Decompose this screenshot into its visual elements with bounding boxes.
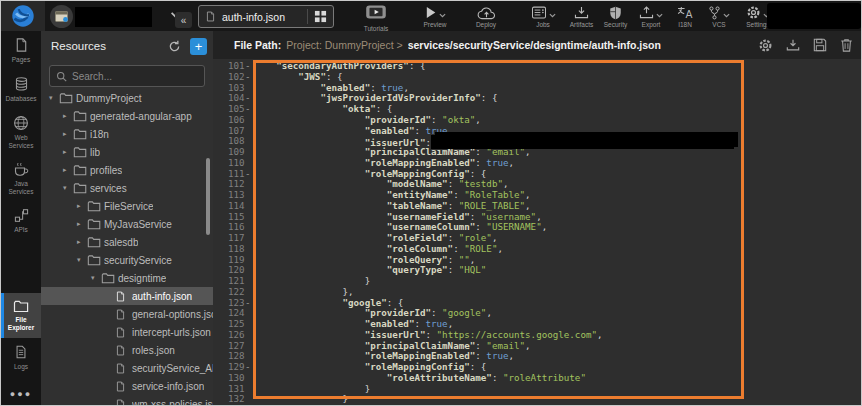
tree-item-lib[interactable]: ▸lib xyxy=(41,143,213,161)
tree-item-roles-json[interactable]: roles.json xyxy=(41,341,213,359)
collapse-arrow-icon[interactable]: ▸ xyxy=(63,112,73,120)
folder-icon xyxy=(59,91,73,105)
vcs-icon xyxy=(708,6,721,20)
tree-item-label: generated-angular-app xyxy=(90,111,192,122)
deploy-button[interactable]: Deploy xyxy=(460,5,512,28)
fold-toggle-icon[interactable]: - xyxy=(245,362,254,373)
fold-toggle-icon[interactable]: - xyxy=(245,298,254,309)
tree-item-fileservice[interactable]: ▸FileService xyxy=(41,197,213,215)
expand-arrow-icon[interactable]: ▾ xyxy=(91,274,101,282)
download-file-icon[interactable] xyxy=(786,38,800,52)
tree-item-label: securityService xyxy=(104,255,172,266)
sidebar-item-logs[interactable]: Logs xyxy=(1,338,41,377)
search-input[interactable] xyxy=(72,71,192,82)
file-icon xyxy=(205,10,216,23)
sidebar-item-file-explorer[interactable]: FileExplorer xyxy=(1,293,41,338)
tree-item-label: general-options.json xyxy=(132,309,213,320)
tree-item-label: auth-info.json xyxy=(132,291,192,302)
wavemaker-logo-icon xyxy=(11,4,35,28)
fold-spacer xyxy=(245,287,254,298)
export-label: Export xyxy=(632,21,670,28)
line-number: 130 xyxy=(213,373,245,384)
vcs-button[interactable]: VCS xyxy=(700,5,738,28)
tutorials-button[interactable]: Tutorials xyxy=(356,5,396,32)
tree-item-myjavaservice[interactable]: ▸MyJavaService xyxy=(41,215,213,233)
i18n-label: I18N xyxy=(670,21,700,28)
tree-item-dummyproject[interactable]: ▾DummyProject xyxy=(41,89,213,107)
fold-spacer xyxy=(245,212,254,223)
collapse-panel-icon[interactable]: « xyxy=(175,12,192,28)
collapse-arrow-icon[interactable]: ▸ xyxy=(77,202,87,210)
tree-item-label: MyJavaService xyxy=(104,219,172,230)
add-resource-button[interactable]: + xyxy=(190,38,207,55)
sidebar-item-apis[interactable]: APIs xyxy=(1,202,41,240)
sidebar-item-web-services[interactable]: WebServices xyxy=(1,109,41,156)
export-button[interactable]: Export xyxy=(632,5,670,28)
folder-icon xyxy=(73,181,87,195)
tree-item-label: roles.json xyxy=(132,345,175,356)
tutorials-video-icon xyxy=(365,5,387,19)
grid-view-icon[interactable] xyxy=(307,9,327,24)
tree-item-intercept-urls-json[interactable]: intercept-urls.json xyxy=(41,323,213,341)
tree-item-salesdb[interactable]: ▸salesdb xyxy=(41,233,213,251)
code-editor[interactable]: 101- "secondaryAuthProviders": {102- "JW… xyxy=(213,59,862,406)
preview-label: Preview xyxy=(410,21,460,28)
delete-file-trash-icon[interactable] xyxy=(840,38,853,52)
redacted-project-name xyxy=(75,7,152,27)
tree-item-designtime[interactable]: ▾designtime xyxy=(41,269,213,287)
sidebar-item-pages[interactable]: Pages xyxy=(1,31,41,70)
tree-item-label: FileService xyxy=(104,201,153,212)
file-settings-gear-icon[interactable] xyxy=(758,38,773,53)
collapse-arrow-icon[interactable]: ▸ xyxy=(63,130,73,138)
collapse-arrow-icon[interactable]: ▸ xyxy=(63,148,73,156)
collapse-arrow-icon[interactable]: ▸ xyxy=(77,220,87,228)
tree-item-services[interactable]: ▾services xyxy=(41,179,213,197)
jobs-button[interactable]: Jobs xyxy=(522,5,564,28)
expand-arrow-icon[interactable]: ▾ xyxy=(77,256,87,264)
fold-toggle-icon[interactable]: - xyxy=(245,104,254,115)
i18n-button[interactable]: AI18N xyxy=(670,5,700,28)
code-line-132: 132 } xyxy=(213,394,862,405)
refresh-icon[interactable] xyxy=(165,37,183,55)
tree-item-service-info-json[interactable]: service-info.json xyxy=(41,377,213,395)
tree-item-general-options-json[interactable]: general-options.json xyxy=(41,305,213,323)
code-line-102: 102- "JWS": { xyxy=(213,72,862,83)
apis-label: APIs xyxy=(14,226,28,234)
save-file-icon[interactable] xyxy=(813,38,827,52)
more-icon: ●●● xyxy=(10,383,32,401)
collapse-arrow-icon[interactable]: ▸ xyxy=(63,166,73,174)
tree-item-securityservice[interactable]: ▾securityService xyxy=(41,251,213,269)
folder-icon xyxy=(73,127,87,141)
fold-toggle-icon[interactable]: - xyxy=(245,169,254,180)
project-switcher[interactable] xyxy=(50,5,73,28)
file-icon xyxy=(115,290,129,303)
expand-arrow-icon[interactable]: ▾ xyxy=(63,184,73,192)
open-file-tab[interactable]: auth-info.json xyxy=(198,5,334,28)
collapse-arrow-icon[interactable]: ▸ xyxy=(77,238,87,246)
toolbar-actions: PreviewDeployJobsArtifactsSecurityExport… xyxy=(410,5,778,28)
tree-item-auth-info-json[interactable]: auth-info.json xyxy=(41,287,213,305)
tree-item-profiles[interactable]: ▸profiles xyxy=(41,161,213,179)
sidebar-item-databases[interactable]: Databases xyxy=(1,70,41,109)
tree-item-generated-angular-app[interactable]: ▸generated-angular-app xyxy=(41,107,213,125)
tree-item-wm-xss-policies-json[interactable]: wm-xss-policies.json xyxy=(41,395,213,406)
sidebar-item-more[interactable]: ●●● xyxy=(1,377,41,406)
vcs-label: VCS xyxy=(700,21,738,28)
line-number: 126 xyxy=(213,330,245,341)
redacted-top-right xyxy=(767,3,861,29)
sidebar-item-java-services[interactable]: JavaServices xyxy=(1,156,41,202)
tree-scrollbar[interactable] xyxy=(206,158,210,235)
security-button[interactable]: Security xyxy=(599,5,632,28)
svg-text:A: A xyxy=(685,9,692,19)
tree-item-i18n[interactable]: ▸i18n xyxy=(41,125,213,143)
artifacts-button[interactable]: Artifacts xyxy=(564,5,599,28)
file-actions xyxy=(745,38,853,53)
tree-item-securityservice-api-json[interactable]: securityService_API.json xyxy=(41,359,213,377)
databases-label: Databases xyxy=(5,95,36,103)
artifacts-label: Artifacts xyxy=(564,21,599,28)
expand-arrow-icon[interactable]: ▾ xyxy=(49,94,59,102)
app-logo[interactable] xyxy=(1,1,45,31)
jobs-label: Jobs xyxy=(522,21,564,28)
preview-button[interactable]: Preview xyxy=(410,5,460,28)
fold-toggle-icon[interactable]: - xyxy=(245,72,254,83)
